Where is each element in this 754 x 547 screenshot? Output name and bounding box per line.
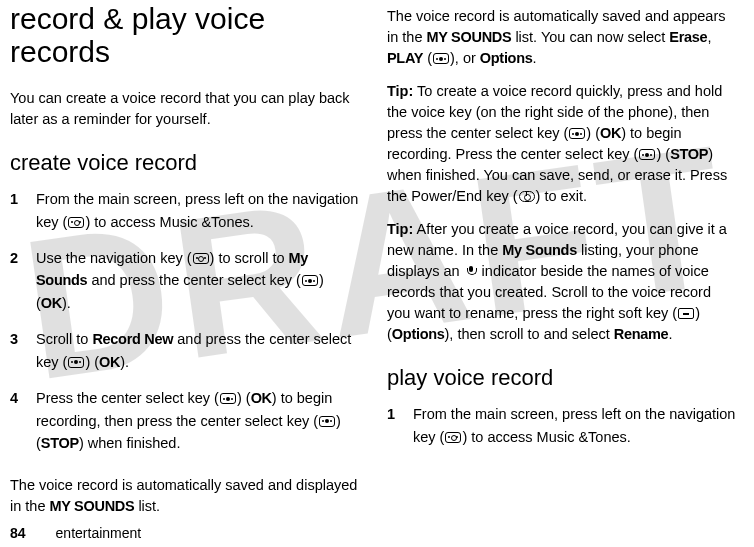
center-key-icon xyxy=(319,416,335,427)
options-label: Options xyxy=(392,326,445,342)
center-key-icon xyxy=(220,393,236,404)
intro-text: You can create a voice record that you c… xyxy=(10,88,359,130)
ok-label: OK xyxy=(600,125,621,141)
text: ) ( xyxy=(656,146,670,162)
ok-label: OK xyxy=(41,295,62,311)
options-label: Options xyxy=(480,50,533,66)
step-4: 4 Press the center select key () (OK) to… xyxy=(10,387,359,454)
text: ) ( xyxy=(586,125,600,141)
text: ) ( xyxy=(237,390,251,406)
text: and press the center select key ( xyxy=(87,272,301,288)
right-column: The voice record is automatically saved … xyxy=(387,0,736,547)
text: ), or xyxy=(450,50,480,66)
stop-label: STOP xyxy=(41,435,79,451)
step-3: 3 Scroll to Record New and press the cen… xyxy=(10,328,359,373)
text: ( xyxy=(423,50,432,66)
text: . xyxy=(532,50,536,66)
page-number: 84 xyxy=(10,525,26,541)
heading-record-play: record & play voice records xyxy=(10,2,359,68)
text: Scroll to xyxy=(36,331,92,347)
step-1: 1 From the main screen, press left on th… xyxy=(387,403,736,448)
erase-label: Erase xyxy=(669,29,707,45)
play-label: PLAY xyxy=(387,50,423,66)
power-end-key-icon xyxy=(519,191,535,202)
outro-text: The voice record is automatically saved … xyxy=(10,475,359,517)
text: ). xyxy=(120,354,129,370)
step-number: 4 xyxy=(10,387,22,454)
heading-play: play voice record xyxy=(387,365,736,391)
text: ) when finished. xyxy=(79,435,181,451)
saved-paragraph: The voice record is automatically saved … xyxy=(387,6,736,69)
my-sounds-label: My Sounds xyxy=(502,242,577,258)
stop-label: STOP xyxy=(670,146,708,162)
center-key-icon xyxy=(68,357,84,368)
microphone-icon xyxy=(465,266,477,278)
step-text: From the main screen, press left on the … xyxy=(413,403,736,448)
center-key-icon xyxy=(433,53,449,64)
text: , xyxy=(707,29,711,45)
step-text: Use the navigation key () to scroll to M… xyxy=(36,247,359,314)
text: list. xyxy=(134,498,160,514)
center-key-icon xyxy=(639,149,655,160)
text: Press the center select key ( xyxy=(36,390,219,406)
nav-key-icon xyxy=(445,432,461,443)
ok-label: OK xyxy=(251,390,272,406)
text: ) to scroll to xyxy=(210,250,289,266)
text: Use the navigation key ( xyxy=(36,250,192,266)
tip-1: Tip: To create a voice record quickly, p… xyxy=(387,81,736,207)
step-number: 1 xyxy=(387,403,399,448)
rename-label: Rename xyxy=(614,326,669,342)
step-number: 1 xyxy=(10,188,22,233)
my-sounds-list-label: MY SOUNDS xyxy=(427,29,512,45)
text: . xyxy=(668,326,672,342)
tip-label: Tip: xyxy=(387,83,413,99)
center-key-icon xyxy=(302,275,318,286)
center-key-icon xyxy=(569,128,585,139)
right-soft-key-icon xyxy=(678,308,694,319)
text: ) to exit. xyxy=(536,188,588,204)
play-steps: 1 From the main screen, press left on th… xyxy=(387,403,736,462)
text: ), then scroll to and select xyxy=(445,326,614,342)
page-footer: 84entertainment xyxy=(10,525,141,541)
tip-label: Tip: xyxy=(387,221,413,237)
page-content: record & play voice records You can crea… xyxy=(0,0,754,547)
heading-create: create voice record xyxy=(10,150,359,176)
step-number: 2 xyxy=(10,247,22,314)
text: ) to access Music &Tones. xyxy=(462,429,630,445)
step-text: Press the center select key () (OK) to b… xyxy=(36,387,359,454)
step-text: Scroll to Record New and press the cente… xyxy=(36,328,359,373)
text: ). xyxy=(62,295,71,311)
left-column: record & play voice records You can crea… xyxy=(10,0,359,547)
tip-2: Tip: After you create a voice record, yo… xyxy=(387,219,736,345)
nav-key-icon xyxy=(68,217,84,228)
text: ) to access Music &Tones. xyxy=(85,214,253,230)
create-steps: 1 From the main screen, press left on th… xyxy=(10,188,359,469)
section-name: entertainment xyxy=(56,525,142,541)
my-sounds-list-label: MY SOUNDS xyxy=(50,498,135,514)
step-text: From the main screen, press left on the … xyxy=(36,188,359,233)
ok-label: OK xyxy=(99,354,120,370)
step-number: 3 xyxy=(10,328,22,373)
record-new-label: Record New xyxy=(92,331,173,347)
text: list. You can now select xyxy=(511,29,669,45)
nav-key-icon xyxy=(193,253,209,264)
step-2: 2 Use the navigation key () to scroll to… xyxy=(10,247,359,314)
text: ) ( xyxy=(85,354,99,370)
step-1: 1 From the main screen, press left on th… xyxy=(10,188,359,233)
